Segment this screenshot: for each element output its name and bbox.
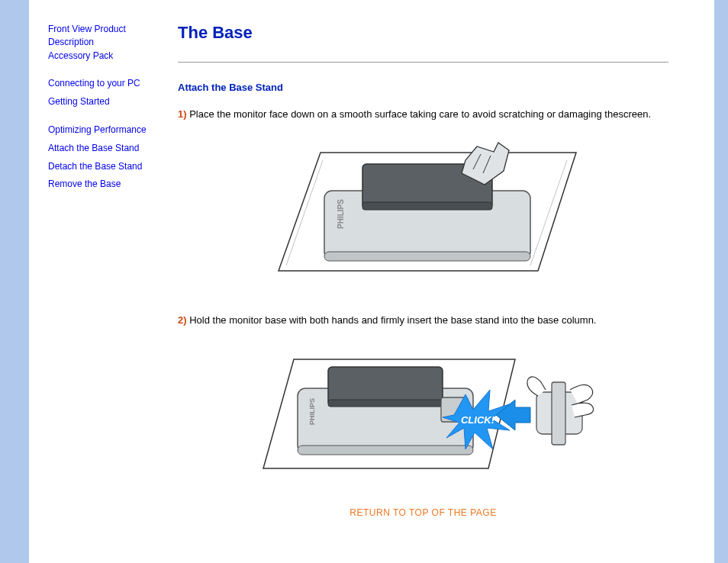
svg-text:PHILIPS: PHILIPS [308, 398, 316, 425]
nav-group-1: Front View Product Description Accessory… [48, 23, 163, 62]
return-to-top: RETURN TO TOP OF THE PAGE [178, 507, 668, 518]
svg-rect-20 [552, 382, 565, 445]
page-title: The Base [178, 23, 668, 43]
nav-link-front-view[interactable]: Front View Product Description [48, 23, 163, 49]
monitor-facedown-illustration: PHILIPS [263, 137, 584, 286]
insert-base-illustration: PHILIPS CLICK! [252, 343, 595, 480]
divider [178, 62, 668, 63]
svg-rect-15 [328, 400, 443, 407]
step-2-number: 2) [178, 314, 187, 326]
return-to-top-link[interactable]: RETURN TO TOP OF THE PAGE [350, 507, 496, 518]
svg-rect-12 [298, 446, 473, 455]
svg-rect-4 [324, 252, 530, 261]
nav-link-detach-base[interactable]: Detach the Base Stand [48, 160, 163, 173]
step-1-number: 1) [178, 108, 187, 120]
sidebar-nav: Front View Product Description Accessory… [29, 0, 170, 563]
section-title: Attach the Base Stand [178, 82, 668, 93]
main-content: The Base Attach the Base Stand 1) Place … [170, 0, 714, 563]
nav-link-remove-base[interactable]: Remove the Base [48, 178, 163, 191]
nav-link-accessory-pack[interactable]: Accessory Pack [48, 50, 163, 63]
svg-text:PHILIPS: PHILIPS [337, 198, 345, 228]
left-accent-bar [0, 0, 29, 563]
nav-group-2: Connecting to your PC Getting Started [48, 77, 163, 108]
step-1: 1) Place the monitor face down on a smoo… [178, 107, 668, 122]
svg-rect-7 [362, 202, 492, 210]
illustration-2: PHILIPS CLICK! [178, 343, 668, 480]
step-2-text: Hold the monitor base with both hands an… [187, 314, 597, 326]
nav-link-getting-started[interactable]: Getting Started [48, 95, 163, 108]
step-2: 2) Hold the monitor base with both hands… [178, 313, 668, 328]
nav-link-connecting-pc[interactable]: Connecting to your PC [48, 77, 163, 90]
illustration-1: PHILIPS [178, 137, 668, 286]
step-1-text: Place the monitor face down on a smooth … [187, 108, 651, 120]
nav-group-3: Optimizing Performance Attach the Base S… [48, 124, 163, 191]
right-accent-bar [714, 0, 728, 563]
nav-link-attach-base[interactable]: Attach the Base Stand [48, 142, 163, 155]
nav-link-optimizing[interactable]: Optimizing Performance [48, 124, 163, 137]
svg-text:CLICK!: CLICK! [460, 414, 494, 426]
